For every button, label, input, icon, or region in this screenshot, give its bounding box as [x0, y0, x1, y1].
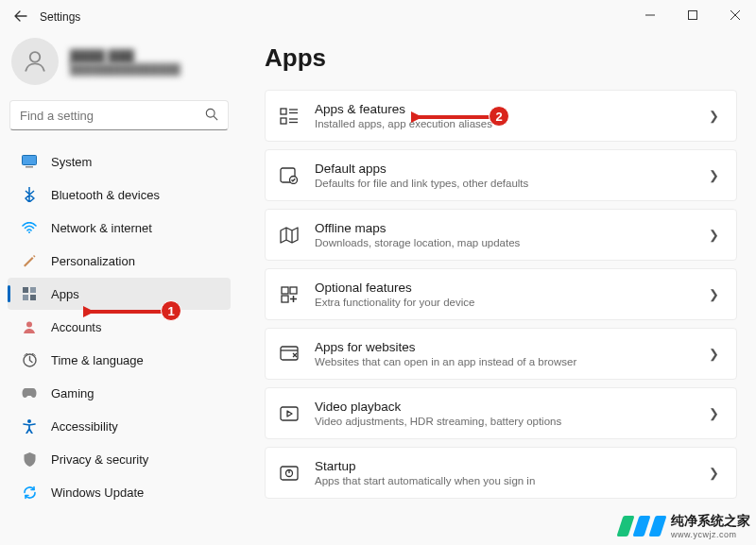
watermark-logo	[620, 516, 665, 536]
startup-icon	[279, 466, 300, 481]
card-default-apps[interactable]: Default apps Defaults for file and link …	[265, 149, 737, 201]
minimize-button[interactable]	[628, 0, 671, 30]
optional-features-icon	[279, 286, 300, 303]
nav-list: System Bluetooth & devices Network & int…	[8, 145, 231, 508]
sidebar-item-label: Bluetooth & devices	[51, 188, 160, 202]
apps-icon	[21, 287, 38, 300]
offline-maps-icon	[279, 227, 300, 244]
svg-line-4	[214, 116, 217, 120]
maximize-button[interactable]	[671, 0, 713, 30]
card-desc: Installed apps, app execution aliases	[315, 118, 694, 129]
sidebar: ████ ███ ███████████████ System Bluetoot…	[0, 34, 236, 545]
apps-websites-icon	[279, 346, 300, 363]
sidebar-item-personalization[interactable]: Personalization	[8, 245, 231, 277]
account-name: ████ ███	[70, 49, 180, 63]
card-title: Offline maps	[315, 221, 694, 235]
card-title: Startup	[315, 459, 694, 473]
svg-rect-23	[282, 287, 288, 294]
search-field[interactable]	[20, 109, 205, 123]
search-input[interactable]	[9, 100, 229, 130]
sidebar-item-label: Accounts	[51, 320, 101, 334]
card-desc: Video adjustments, HDR streaming, batter…	[315, 416, 694, 427]
card-desc: Websites that can open in an app instead…	[315, 356, 694, 367]
card-desc: Downloads, storage location, map updates	[315, 237, 694, 248]
time-icon	[21, 353, 38, 367]
sidebar-item-accessibility[interactable]: Accessibility	[8, 410, 231, 442]
sidebar-item-apps[interactable]: Apps	[8, 278, 231, 310]
gaming-icon	[21, 387, 38, 399]
accessibility-icon	[21, 419, 38, 434]
account-block[interactable]: ████ ███ ███████████████	[8, 38, 231, 96]
card-title: Default apps	[315, 162, 694, 176]
card-title: Optional features	[315, 281, 694, 295]
card-desc: Apps that start automatically when you s…	[315, 475, 694, 486]
bluetooth-icon	[21, 187, 38, 202]
svg-rect-5	[23, 156, 37, 165]
personalization-icon	[21, 253, 38, 268]
card-title: Video playback	[315, 400, 694, 414]
video-playback-icon	[279, 406, 300, 421]
sidebar-item-bluetooth[interactable]: Bluetooth & devices	[8, 179, 231, 211]
card-title: Apps & features	[315, 102, 694, 116]
sidebar-item-update[interactable]: Windows Update	[8, 476, 231, 508]
sidebar-item-label: Time & language	[51, 353, 144, 367]
card-offline-maps[interactable]: Offline maps Downloads, storage location…	[265, 209, 737, 261]
window-title: Settings	[40, 10, 80, 24]
close-button[interactable]	[713, 0, 756, 30]
back-button[interactable]	[9, 9, 32, 25]
apps-features-icon	[279, 108, 300, 125]
sidebar-item-label: Windows Update	[51, 485, 144, 500]
svg-rect-11	[30, 295, 36, 300]
svg-rect-6	[26, 166, 33, 168]
sidebar-item-network[interactable]: Network & internet	[8, 212, 231, 244]
watermark-text: 纯净系统之家	[671, 513, 750, 530]
svg-point-14	[27, 419, 31, 423]
account-email: ███████████████	[70, 63, 180, 75]
card-optional-features[interactable]: Optional features Extra functionality fo…	[265, 268, 737, 320]
sidebar-item-system[interactable]: System	[8, 145, 231, 178]
system-icon	[21, 155, 38, 168]
card-apps-features[interactable]: Apps & features Installed apps, app exec…	[265, 90, 737, 142]
default-apps-icon	[279, 167, 300, 184]
sidebar-item-time[interactable]: Time & language	[8, 344, 231, 376]
avatar	[11, 38, 59, 85]
sidebar-item-privacy[interactable]: Privacy & security	[8, 443, 231, 475]
card-title: Apps for websites	[315, 340, 694, 354]
chevron-right-icon: ❯	[709, 168, 723, 182]
svg-rect-1	[688, 11, 696, 20]
card-desc: Defaults for file and link types, other …	[315, 178, 694, 189]
card-apps-websites[interactable]: Apps for websites Websites that can open…	[265, 328, 737, 380]
card-video-playback[interactable]: Video playback Video adjustments, HDR st…	[265, 387, 737, 439]
chevron-right-icon: ❯	[709, 109, 723, 123]
chevron-right-icon: ❯	[709, 347, 723, 361]
sidebar-item-label: System	[51, 155, 92, 169]
accounts-icon	[21, 320, 38, 333]
sidebar-item-label: Network & internet	[51, 221, 152, 235]
svg-rect-10	[23, 295, 28, 300]
chevron-right-icon: ❯	[709, 466, 723, 480]
watermark: 纯净系统之家 www.ycwjz.com	[620, 513, 750, 539]
sidebar-item-label: Accessibility	[51, 419, 118, 434]
main-content: Apps Apps & features Installed apps, app…	[236, 34, 756, 545]
chevron-right-icon: ❯	[709, 406, 723, 420]
watermark-url: www.ycwjz.com	[671, 530, 750, 539]
update-icon	[21, 485, 38, 500]
svg-rect-26	[281, 347, 298, 360]
sidebar-item-gaming[interactable]: Gaming	[8, 377, 231, 409]
svg-rect-24	[290, 287, 297, 294]
card-startup[interactable]: Startup Apps that start automatically wh…	[265, 447, 737, 499]
svg-rect-15	[281, 109, 286, 114]
search-icon	[205, 108, 218, 124]
svg-point-7	[28, 231, 30, 233]
svg-point-3	[206, 109, 215, 117]
svg-rect-8	[23, 287, 28, 293]
privacy-icon	[21, 452, 38, 467]
sidebar-item-label: Privacy & security	[51, 452, 148, 467]
page-title: Apps	[265, 43, 737, 73]
sidebar-item-label: Apps	[51, 287, 79, 301]
svg-rect-25	[282, 296, 288, 302]
svg-rect-28	[281, 407, 298, 420]
sidebar-item-label: Gaming	[51, 386, 94, 400]
sidebar-item-accounts[interactable]: Accounts	[8, 311, 231, 343]
svg-rect-18	[281, 118, 286, 124]
